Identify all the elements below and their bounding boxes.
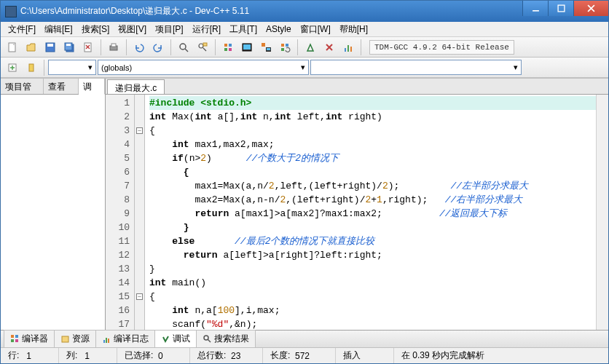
status-total-value: 23 (231, 351, 240, 361)
left-tab[interactable]: 调试 (79, 79, 105, 95)
status-len-value: 572 (295, 351, 310, 361)
status-col-label: 列: (66, 349, 77, 362)
status-total-label: 总行数: (197, 349, 226, 362)
class-scope-combo[interactable]: ▾ (48, 60, 96, 75)
status-len-label: 长度: (270, 349, 290, 362)
open-file-button[interactable] (23, 39, 40, 56)
status-mode: 插入 (343, 349, 361, 362)
svg-rect-6 (47, 44, 53, 47)
print-button[interactable] (105, 39, 122, 56)
find-button[interactable] (175, 39, 192, 56)
new-project-button[interactable] (4, 59, 21, 76)
menu-item[interactable]: 视图[V] (114, 22, 151, 37)
stop-button[interactable] (321, 39, 338, 56)
svg-line-16 (185, 49, 188, 52)
fold-toggle[interactable]: − (136, 293, 143, 300)
svg-rect-9 (66, 44, 71, 46)
status-line-label: 行: (8, 349, 19, 362)
output-tab[interactable]: 资源 (54, 330, 96, 348)
svg-rect-18 (203, 43, 207, 46)
line-gutter[interactable]: 123456789101112131415161718 (106, 95, 135, 330)
left-panel-tabs: 项目管理查看类调试 (1, 79, 105, 95)
menu-item[interactable]: AStyle (262, 23, 296, 36)
vertical-scrollbar[interactable] (596, 95, 608, 330)
menu-item[interactable]: 运行[R] (188, 22, 225, 37)
menu-item[interactable]: 项目[P] (151, 22, 188, 37)
close-file-button[interactable] (79, 39, 97, 56)
bookmark-button[interactable] (23, 59, 40, 76)
left-tab[interactable]: 项目管理 (1, 79, 44, 94)
redo-button[interactable] (149, 39, 167, 56)
svg-line-49 (208, 339, 211, 342)
svg-rect-35 (350, 47, 352, 52)
svg-rect-20 (229, 44, 232, 47)
globals-combo[interactable]: (globals)▾ (98, 60, 309, 75)
compiler-selector[interactable]: TDM-GCC 4.9.2 64-bit Release (369, 40, 514, 55)
svg-rect-30 (281, 48, 284, 51)
status-sel-label: 已选择: (125, 349, 153, 362)
svg-rect-34 (347, 45, 349, 52)
svg-rect-40 (11, 335, 14, 338)
rebuild-button[interactable] (276, 39, 294, 56)
status-col-value: 1 (85, 351, 90, 361)
editor-tabstrip: 递归最大.c (106, 79, 608, 95)
output-tab[interactable]: 编译日志 (95, 330, 155, 348)
fold-column[interactable]: −− (135, 95, 145, 330)
left-tab[interactable]: 查看类 (44, 79, 79, 94)
debug-button[interactable] (302, 39, 319, 56)
menu-item[interactable]: 文件[F] (4, 22, 40, 37)
menu-item[interactable]: 编辑[E] (40, 22, 77, 37)
menu-item[interactable]: 窗口[W] (296, 22, 335, 37)
save-all-button[interactable] (60, 39, 78, 56)
svg-rect-21 (224, 48, 227, 51)
svg-rect-47 (108, 339, 109, 343)
status-line-value: 1 (26, 351, 31, 361)
svg-rect-1 (558, 5, 565, 12)
titlebar[interactable]: C:\Users\Administrator\Desktop\递归最大.c - … (1, 1, 608, 22)
svg-point-15 (180, 44, 186, 50)
svg-rect-33 (345, 48, 346, 52)
svg-rect-25 (262, 43, 265, 47)
code-area[interactable]: #include <stdio.h>int Max(int a[],int n,… (145, 95, 596, 330)
menubar: 文件[F]编辑[E]搜索[S]视图[V]项目[P]运行[R]工具[T]AStyl… (1, 22, 608, 37)
save-button[interactable] (42, 39, 59, 56)
code-editor[interactable]: 123456789101112131415161718 −− #include … (106, 95, 608, 330)
compile-button[interactable] (219, 39, 237, 56)
statusbar: 行: 1 列: 1 已选择: 0 总行数: 23 长度: 572 插入 在 0.… (1, 347, 608, 363)
svg-rect-29 (286, 44, 288, 47)
menu-item[interactable]: 搜索[S] (77, 22, 114, 37)
menu-item[interactable]: 帮助[H] (335, 22, 372, 37)
run-button[interactable] (238, 39, 256, 56)
svg-rect-28 (281, 44, 284, 47)
compile-run-button[interactable] (257, 39, 275, 56)
close-button[interactable] (573, 1, 608, 16)
status-sel-value: 0 (158, 351, 163, 361)
function-combo[interactable]: ▾ (310, 60, 522, 75)
app-window: C:\Users\Administrator\Desktop\递归最大.c - … (0, 0, 609, 364)
fold-toggle[interactable]: − (136, 127, 143, 134)
output-tab[interactable]: 搜索结果 (196, 330, 256, 348)
svg-rect-43 (15, 339, 18, 342)
output-tab[interactable]: 调试 (154, 330, 197, 348)
svg-rect-39 (29, 64, 34, 71)
menu-item[interactable]: 工具[T] (225, 22, 262, 37)
toolbar-nav: ▾ (globals)▾ ▾ (1, 58, 608, 78)
svg-rect-45 (103, 340, 105, 343)
editor-tab[interactable]: 递归最大.c (107, 79, 165, 94)
output-tab[interactable]: 编译器 (4, 330, 55, 348)
window-title: C:\Users\Administrator\Desktop\递归最大.c - … (20, 5, 522, 17)
left-panel-body[interactable] (1, 95, 105, 330)
status-parse: 在 0.39 秒内完成解析 (401, 349, 484, 362)
undo-button[interactable] (130, 39, 148, 56)
globals-label: (globals) (101, 63, 132, 72)
app-icon (5, 6, 17, 17)
maximize-button[interactable] (548, 1, 573, 16)
replace-button[interactable] (194, 39, 211, 56)
minimize-button[interactable] (522, 1, 548, 16)
left-panel: 项目管理查看类调试 (1, 79, 106, 330)
svg-rect-41 (15, 335, 18, 338)
profile-button[interactable] (339, 39, 357, 56)
new-file-button[interactable] (4, 39, 21, 56)
svg-rect-46 (106, 338, 107, 343)
output-tabstrip: 编译器资源编译日志调试搜索结果 (1, 330, 608, 347)
